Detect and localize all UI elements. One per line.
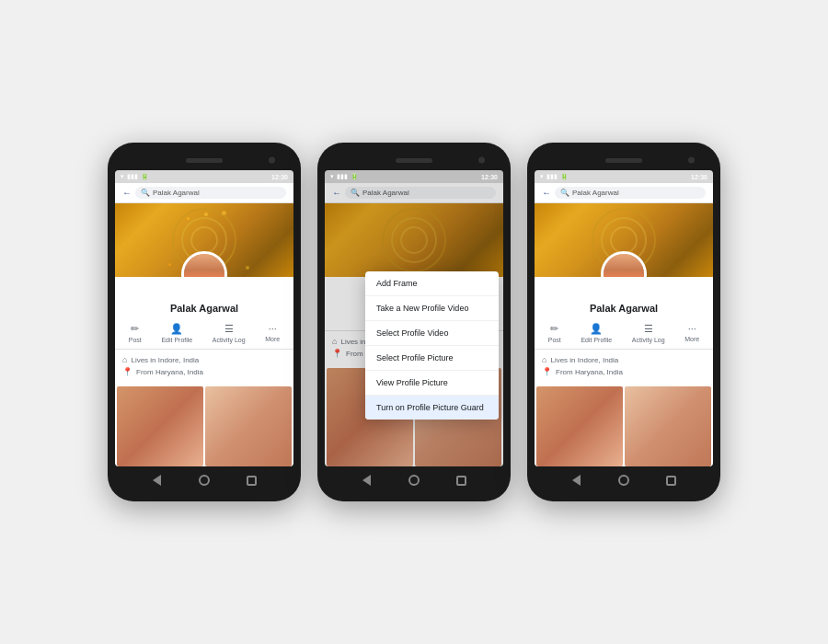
post-icon-right: ✏ (550, 323, 558, 335)
phones-container: ▾ ▮▮▮ 🔋 12:30 ← 🔍 Palak Agarwal (89, 124, 739, 520)
activity-log-icon-left: ☰ (224, 323, 234, 335)
profile-pic-right[interactable]: 🛡 (601, 251, 647, 277)
status-icons-left: ▾ ▮▮▮ 🔋 (121, 173, 149, 180)
profile-pic-wrapper-left[interactable] (181, 251, 227, 277)
edit-profile-action-right[interactable]: 👤 Edit Profile (581, 323, 612, 343)
phone-screen-middle: ▾ ▮▮▮ 🔋 12:30 ← 🔍 Palak Agarwal (325, 170, 503, 466)
post-label-left: Post (129, 337, 142, 343)
phone-top-bar-middle (325, 150, 503, 170)
phone-bottom-right (535, 466, 713, 494)
profile-name-left: Palak Agarwal (122, 303, 286, 314)
profile-pic-left[interactable] (181, 251, 227, 277)
location-icon-middle: 📍 (332, 349, 342, 358)
nav-recent-right[interactable] (663, 473, 678, 488)
search-bar-left[interactable]: 🔍 Palak Agarwal (135, 187, 286, 199)
more-icon-right: ··· (688, 323, 696, 334)
phone-left: ▾ ▮▮▮ 🔋 12:30 ← 🔍 Palak Agarwal (108, 143, 301, 501)
photos-strip-right (535, 385, 713, 466)
nav-home-left[interactable] (197, 473, 212, 488)
profile-info-left: Palak Agarwal (115, 303, 293, 317)
phone-screen-right: ▾ ▮▮▮ 🔋 12:30 ← 🔍 Palak Agarwal (535, 170, 713, 466)
edit-profile-icon-right: 👤 (590, 323, 603, 335)
menu-select-video[interactable]: Select Profile Video (365, 321, 499, 346)
profile-name-right: Palak Agarwal (542, 303, 706, 314)
home-icon-middle: ⌂ (332, 337, 337, 346)
phone-speaker-middle (396, 158, 432, 163)
from-right: 📍 From Haryana, India (542, 367, 706, 376)
phone-speaker (186, 158, 223, 163)
back-button-right[interactable]: ← (542, 188, 551, 198)
phone-bottom-left (115, 466, 293, 494)
profile-details-left: ⌂ Lives in Indore, India 📍 From Haryana,… (115, 350, 293, 385)
from-text-left: From Haryana, India (136, 368, 203, 376)
fb-nav-left: ← 🔍 Palak Agarwal (115, 183, 293, 203)
fb-nav-right: ← 🔍 Palak Agarwal (535, 183, 713, 203)
activity-log-action-right[interactable]: ☰ Activity Log (632, 323, 665, 343)
lives-in-left: ⌂ Lives in Indore, India (122, 355, 286, 364)
search-icon-middle: 🔍 (351, 189, 360, 197)
battery-icon-r: 🔋 (560, 173, 569, 180)
search-icon-right: 🔍 (560, 189, 569, 197)
search-bar-right[interactable]: 🔍 Palak Agarwal (555, 187, 706, 199)
status-time-middle: 12:30 (481, 174, 498, 180)
menu-turn-on-guard[interactable]: Turn on Profile Picture Guard (365, 396, 499, 420)
status-bar-right: ▾ ▮▮▮ 🔋 12:30 (535, 170, 713, 183)
menu-new-video[interactable]: Take a New Profile Video (365, 296, 499, 321)
person-silhouette-right (604, 254, 644, 277)
nav-recent-middle[interactable] (454, 473, 468, 488)
activity-log-action-left[interactable]: ☰ Activity Log (213, 323, 246, 343)
nav-home-right[interactable] (616, 473, 631, 488)
nav-back-left[interactable] (150, 473, 165, 488)
signal-icon-r: ▮▮▮ (546, 173, 558, 180)
menu-add-frame[interactable]: Add Frame (365, 271, 499, 296)
profile-actions-right: ✏ Post 👤 Edit Profile ☰ Activity Log ···… (535, 317, 713, 350)
status-time-left: 12:30 (271, 174, 288, 180)
from-left: 📍 From Haryana, India (122, 367, 286, 376)
wifi-icon: ▾ (121, 173, 124, 180)
fb-nav-middle: ← 🔍 Palak Agarwal (325, 183, 503, 203)
signal-icon-m: ▮▮▮ (337, 173, 348, 180)
photo-thumb-1-left (117, 386, 203, 466)
phone-right: ▾ ▮▮▮ 🔋 12:30 ← 🔍 Palak Agarwal (527, 143, 720, 501)
location-icon-left: 📍 (122, 367, 132, 376)
profile-info-right: Palak Agarwal (535, 303, 713, 317)
phone-screen-left: ▾ ▮▮▮ 🔋 12:30 ← 🔍 Palak Agarwal (115, 170, 293, 466)
post-label-right: Post (548, 337, 561, 343)
profile-pic-wrapper-right[interactable]: 🛡 (601, 251, 647, 277)
menu-select-picture[interactable]: Select Profile Picture (365, 346, 499, 371)
phone-camera-middle (478, 157, 485, 164)
wifi-icon-m: ▾ (330, 173, 334, 180)
battery-icon: 🔋 (141, 173, 149, 180)
more-label-right: More (684, 336, 699, 342)
more-action-right[interactable]: ··· More (684, 323, 699, 343)
nav-recent-left[interactable] (244, 473, 259, 488)
photo-thumb-1-right (536, 386, 623, 466)
phone-camera (269, 157, 275, 164)
back-button-left[interactable]: ← (122, 188, 132, 198)
cover-photo-right: 🛡 (535, 203, 713, 277)
phone-bottom-middle (325, 466, 503, 494)
post-action-right[interactable]: ✏ Post (548, 323, 561, 343)
post-action-left[interactable]: ✏ Post (129, 323, 142, 343)
back-button-middle[interactable]: ← (332, 188, 341, 198)
photo-thumb-2-right (625, 386, 711, 466)
phone-top-bar-right (535, 150, 713, 170)
phone-camera-right (688, 157, 695, 164)
nav-home-middle[interactable] (407, 473, 421, 488)
profile-details-right: ⌂ Lives in Indore, India 📍 From Haryana,… (535, 350, 713, 385)
nav-back-right[interactable] (569, 473, 584, 488)
more-action-left[interactable]: ··· More (265, 323, 280, 343)
menu-view-picture[interactable]: View Profile Picture (365, 371, 499, 396)
from-text-right: From Haryana, India (556, 368, 623, 376)
nav-back-middle[interactable] (360, 473, 374, 488)
person-silhouette-left (184, 254, 224, 277)
search-bar-middle[interactable]: 🔍 Palak Agarwal (345, 187, 496, 199)
lives-in-text-right: Lives in Indore, India (550, 356, 618, 364)
edit-profile-action-left[interactable]: 👤 Edit Profile (161, 323, 192, 343)
phone-top-bar-left (115, 150, 293, 170)
cover-photo-left (115, 203, 293, 277)
search-text-right: Palak Agarwal (572, 189, 619, 197)
profile-actions-left: ✏ Post 👤 Edit Profile ☰ Activity Log ···… (115, 317, 293, 350)
home-icon-left: ⌂ (122, 355, 127, 364)
edit-profile-label-right: Edit Profile (581, 337, 612, 343)
